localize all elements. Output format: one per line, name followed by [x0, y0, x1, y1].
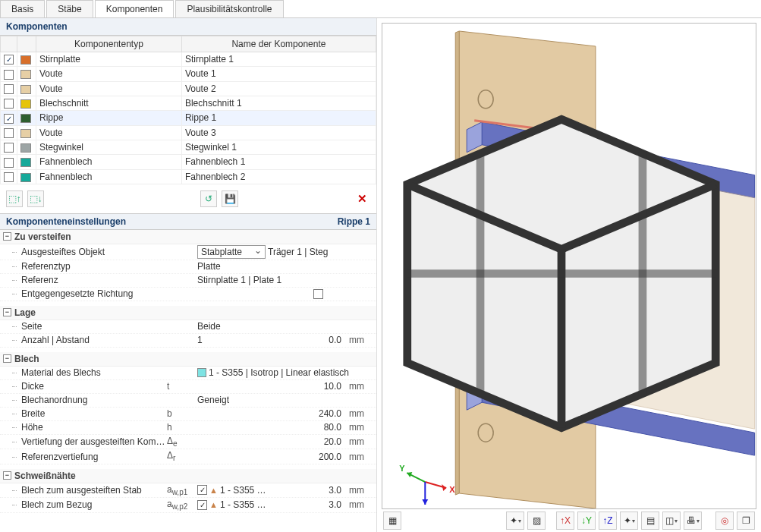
prop-row: Vertiefung der ausgesteiften Kom…Δe20.0m…	[0, 435, 376, 449]
row-type: Voute	[36, 125, 182, 140]
color-swatch	[20, 99, 31, 109]
color-swatch	[20, 55, 31, 65]
weld-checkbox[interactable]: ✓	[197, 485, 207, 495]
tab-komponenten[interactable]: Komponenten	[95, 0, 175, 17]
move-down-button[interactable]: ⬚↓	[27, 190, 44, 207]
settings-header: Komponenteneinstellungen Rippe 1	[0, 213, 376, 230]
value-field[interactable]: 240.0	[197, 408, 346, 419]
view-y-button[interactable]: ↓Y	[577, 512, 596, 530]
row-checkbox[interactable]	[4, 99, 14, 109]
row-checkbox[interactable]	[4, 143, 14, 153]
components-table: Komponententyp Name der Komponente ✓Stir…	[0, 36, 376, 184]
row-type: Voute	[36, 81, 182, 96]
row-type: Fahnenblech	[36, 169, 182, 184]
row-checkbox[interactable]	[4, 172, 14, 182]
view-iso-button[interactable]: ✦▾	[620, 512, 638, 530]
row-checkbox[interactable]	[4, 84, 14, 94]
row-checkbox[interactable]: ✓	[4, 55, 14, 65]
view-z-button[interactable]: ↑Z	[599, 512, 617, 530]
table-row[interactable]: StegwinkelStegwinkel 1	[1, 140, 376, 154]
value-field[interactable]: 80.0	[197, 422, 346, 433]
weld-value[interactable]: 3.0	[275, 485, 346, 496]
target-button[interactable]: ◎	[715, 512, 734, 530]
group-stiffen[interactable]: − Zu versteifen	[0, 230, 376, 244]
row-type: Voute	[36, 67, 182, 81]
prop-ausgesteiftes-objekt: Ausgesteiftes Objekt Stabplatte Träger 1…	[0, 244, 376, 260]
viewport[interactable]: 1 2 3 4 5 5 4 3 X Y Z	[382, 23, 756, 509]
collapse-icon[interactable]: −	[3, 308, 11, 316]
row-name: Stegwinkel 1	[181, 140, 376, 154]
prop-row: Breiteb240.0mm	[0, 408, 376, 421]
group-blech[interactable]: − Blech	[0, 352, 376, 367]
group-lage[interactable]: − Lage	[0, 306, 376, 320]
col-type[interactable]: Komponententyp	[36, 36, 182, 52]
row-checkbox[interactable]	[4, 158, 14, 168]
left-panel: Komponenten Komponententyp Name der Komp…	[0, 18, 377, 532]
value-field[interactable]: 10.0	[197, 381, 346, 392]
row-type: Stirnplatte	[36, 52, 182, 67]
col-name[interactable]: Name der Komponente	[181, 36, 376, 52]
save-button[interactable]: 💾	[222, 190, 238, 207]
settings-title: Komponenteneinstellungen	[6, 216, 126, 227]
table-row[interactable]: FahnenblechFahnenblech 1	[1, 155, 376, 169]
print-button[interactable]: 🖶▾	[684, 512, 702, 530]
table-row[interactable]: ✓StirnplatteStirnplatte 1	[1, 52, 376, 67]
row-name: Fahnenblech 2	[181, 169, 376, 184]
prop-row: Blech zum ausgesteiften Stabaw,p1✓▲1 - S…	[0, 483, 376, 498]
prop-row: ReferenzvertiefungΔr200.0mm	[0, 449, 376, 464]
weld-material[interactable]: 1 - S355 …	[220, 485, 273, 496]
delete-button[interactable]: ✕	[354, 190, 370, 207]
weld-value[interactable]: 3.0	[275, 499, 346, 510]
material-swatch	[197, 368, 206, 377]
collapse-icon[interactable]: −	[3, 232, 11, 241]
table-row[interactable]: VouteVoute 2	[1, 81, 376, 96]
color-swatch	[20, 158, 31, 167]
view-x-button[interactable]: ↑X	[556, 512, 574, 530]
table-row[interactable]: ✓RippeRippe 1	[1, 111, 376, 125]
table-row[interactable]: FahnenblechFahnenblech 2	[1, 169, 376, 184]
view-cube-icon[interactable]	[382, 31, 748, 509]
row-checkbox[interactable]	[4, 128, 14, 138]
table-row[interactable]: BlechschnittBlechschnitt 1	[1, 96, 376, 110]
row-type: Rippe	[36, 111, 182, 125]
tab-staebe[interactable]: Stäbe	[46, 0, 93, 17]
group-weld[interactable]: − Schweißnähte	[0, 469, 376, 483]
value-field[interactable]: 200.0	[197, 452, 346, 462]
row-checkbox[interactable]	[4, 70, 14, 80]
tabs: Basis Stäbe Komponenten Plausibilitätsko…	[0, 0, 761, 18]
color-swatch	[20, 70, 31, 79]
weld-material[interactable]: 1 - S355 …	[220, 499, 273, 510]
object-dropdown[interactable]: Stabplatte	[197, 245, 266, 259]
abstand-value[interactable]: 0.0	[205, 335, 346, 345]
viewport-panel: 1 2 3 4 5 5 4 3 X Y Z	[377, 18, 761, 532]
color-swatch	[20, 173, 31, 182]
weld-icon: ▲	[209, 486, 218, 495]
row-name: Blechschnitt 1	[181, 96, 376, 110]
new-window-button[interactable]: ❐	[737, 512, 755, 530]
select-mode-button[interactable]: ▦	[383, 512, 401, 530]
row-type: Fahnenblech	[36, 155, 182, 169]
layers-button[interactable]: ▤	[641, 512, 659, 530]
shade-button[interactable]: ▨	[527, 512, 546, 530]
row-type: Blechschnitt	[36, 96, 182, 110]
value-field[interactable]: 20.0	[197, 436, 346, 447]
tab-basis[interactable]: Basis	[0, 0, 45, 17]
collapse-icon[interactable]: −	[3, 471, 11, 480]
row-name: Voute 1	[181, 67, 376, 81]
move-up-button[interactable]: ⬚↑	[6, 190, 23, 207]
table-row[interactable]: VouteVoute 1	[1, 67, 376, 81]
box-button[interactable]: ◫▾	[662, 512, 681, 530]
prop-row: Blech zum Bezugaw,p2✓▲1 - S355 …3.0mm	[0, 498, 376, 512]
color-swatch	[20, 129, 31, 138]
row-name: Voute 2	[181, 81, 376, 96]
weld-checkbox[interactable]: ✓	[197, 500, 207, 510]
axes-button[interactable]: ✦▾	[506, 512, 524, 530]
row-name: Voute 3	[181, 125, 376, 140]
tab-plausibilitaet[interactable]: Plausibilitätskontrolle	[175, 0, 283, 17]
row-type: Stegwinkel	[36, 140, 182, 154]
row-checkbox[interactable]: ✓	[4, 114, 14, 124]
opposite-checkbox[interactable]	[313, 289, 323, 299]
table-row[interactable]: VouteVoute 3	[1, 125, 376, 140]
collapse-icon[interactable]: −	[3, 354, 11, 363]
import-button[interactable]: ↺	[200, 190, 217, 207]
